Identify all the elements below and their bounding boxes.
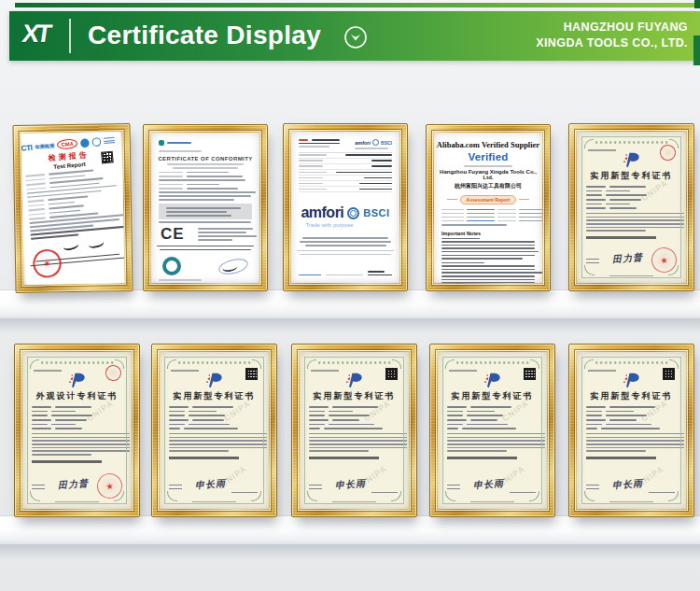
company-line1: HANGZHOU FUYANG: [536, 20, 688, 35]
report-footer: [299, 271, 392, 275]
ce-mark-row: CE: [151, 226, 259, 242]
logo-divider: [69, 19, 71, 53]
header-strip-accent: [694, 0, 700, 8]
bsci-wordmark: BSCI: [381, 140, 392, 146]
certifier-logo-row: [159, 140, 252, 146]
highlighted-rows: [159, 204, 252, 219]
xt-logo: XT: [21, 20, 51, 49]
amfori-circle-icon: [372, 139, 379, 146]
ce-certificate: CERTIFICATE OF CONFORMITY CE: [151, 133, 259, 283]
garland-ornament: [40, 360, 115, 365]
signature-area: 申长雨: [169, 472, 259, 495]
certificate-frame-patent-utility-1: CNIPA 实用新型专利证书: [568, 123, 694, 291]
redacted-bar: [586, 457, 656, 460]
patent-paragraph: [577, 433, 686, 452]
qr-code: [245, 368, 258, 380]
certificate-frame-alibaba-verified: Alibaba.com Verified Supplier Verified H…: [426, 124, 551, 291]
bottom-shelf: [0, 516, 700, 544]
certificate-display-page: XT Certificate Display HANGZHOU FUYANG X…: [0, 0, 700, 591]
certificate-frame-patent-design: CNIPA 外观设计专利证书: [14, 344, 140, 517]
utility-patent-certificate: CNIPA 实用新型专利证书: [577, 132, 686, 283]
red-company-seal: ★: [29, 246, 65, 282]
patent-info-lines: [577, 186, 686, 209]
patent-title: 实用新型专利证书: [577, 170, 686, 182]
certificate-frame-patent-utility-5: CNIPA CNIPA 实用新型专利证书: [568, 344, 694, 517]
commissioner-signature: 田力普: [58, 477, 90, 492]
amfori-wordmark: amfori: [355, 140, 371, 146]
patent-title: 实用新型专利证书: [577, 390, 686, 402]
cnas-icon: [91, 137, 101, 147]
commissioner-label: [309, 482, 322, 489]
utility-patent-certificate: CNIPA CNIPA 实用新型专利证书: [300, 352, 409, 509]
patent-title: 实用新型专利证书: [300, 390, 409, 402]
patent-info-lines: [22, 406, 132, 429]
company-name: HANGZHOU FUYANG XINGDA TOOLS CO., LTD.: [536, 20, 688, 51]
report-info-table: [441, 209, 535, 222]
certificate-number: [588, 149, 616, 151]
signature-stamp: [211, 258, 248, 274]
page-title: Certificate Display: [88, 21, 321, 50]
issue-date: [649, 492, 675, 494]
commissioner-label: [586, 482, 599, 489]
footer-line: [192, 501, 236, 503]
signature-area: 申长雨: [447, 472, 538, 495]
ilac-mra-icon: [80, 138, 90, 148]
garland-ornament: [595, 360, 669, 365]
assessment-report-label: Assessment Report: [460, 195, 517, 204]
certificate-title: CERTIFICATE OF CONFORMITY: [151, 156, 259, 162]
amfori-bsci-report: amfori BSCI amfori BSCI Trade with p: [291, 132, 399, 283]
certifier-seal-icon: [162, 257, 181, 275]
patent-info-lines: [577, 406, 686, 429]
national-emblem-stamp: ★: [650, 246, 678, 274]
amfori-circle-icon: [347, 207, 359, 219]
cti-document: CTI 华测检测 CMA 检测报告 Test Report: [21, 132, 125, 285]
top-shelf: [0, 290, 700, 318]
design-patent-certificate: CNIPA 外观设计专利证书: [22, 352, 132, 509]
national-emblem-stamp: ★: [95, 471, 123, 500]
certificate-number: [34, 370, 62, 372]
garland-ornament: [177, 360, 252, 365]
commissioner-signature: 申长雨: [335, 477, 367, 492]
utility-patent-certificate: CNIPA CNIPA 实用新型专利证书: [160, 352, 269, 509]
bsci-logo-text: BSCI: [363, 207, 389, 218]
header-banner: XT Certificate Display HANGZHOU FUYANG X…: [9, 11, 700, 61]
amfori-mini-logo: amfori BSCI: [355, 139, 392, 146]
supplier-name-cn: 杭州富阳兴达工具有限公司: [434, 182, 542, 190]
patent-paragraph: [438, 433, 547, 452]
header-top-strip: [15, 3, 700, 7]
utility-patent-certificate: CNIPA CNIPA 实用新型专利证书: [438, 352, 547, 509]
signature-area: 田力普 ★: [586, 246, 677, 269]
certificate-number: [311, 370, 339, 372]
signature-area: 田力普 ★: [32, 472, 122, 495]
patent-info-lines: [160, 406, 269, 429]
signature-area: 申长雨: [309, 472, 399, 495]
issue-date: [371, 492, 398, 494]
cti-logo: CTI: [21, 143, 33, 152]
redacted-bar: [169, 457, 239, 460]
patent-info-lines: [438, 406, 547, 429]
amfori-logo-text: amfori: [301, 204, 343, 221]
footer-line: [332, 501, 376, 503]
report-header: amfori BSCI: [299, 139, 392, 149]
issue-date: [231, 492, 258, 494]
commissioner-label: [586, 256, 599, 263]
footer-line: [609, 501, 653, 503]
commissioner-label: [447, 482, 460, 489]
footer-line: [470, 501, 514, 503]
commissioner-signature: 申长雨: [473, 477, 505, 492]
accreditation-text: [104, 137, 115, 144]
cti-test-report: CTI 华测检测 CMA 检测报告 Test Report: [21, 132, 125, 285]
certificate-frame-cti-test-report: CTI 华测检测 CMA 检测报告 Test Report: [12, 123, 133, 293]
cti-chinese-name: 华测检测: [35, 142, 54, 149]
alibaba-verified-report: Alibaba.com Verified Supplier Verified H…: [434, 133, 542, 283]
important-notes-heading: Important Notes: [441, 231, 535, 236]
qr-code: [524, 368, 536, 380]
issue-date: [510, 492, 536, 494]
patent-paragraph: [160, 433, 269, 452]
certificate-number: [588, 370, 616, 372]
redacted-bar: [309, 457, 379, 460]
patent-info-lines: [300, 406, 409, 429]
certificate-frame-patent-utility-2: CNIPA CNIPA 实用新型专利证书: [151, 344, 277, 517]
certificate-frame-patent-utility-4: CNIPA CNIPA 实用新型专利证书: [429, 344, 555, 517]
patent-paragraph: [22, 433, 132, 456]
